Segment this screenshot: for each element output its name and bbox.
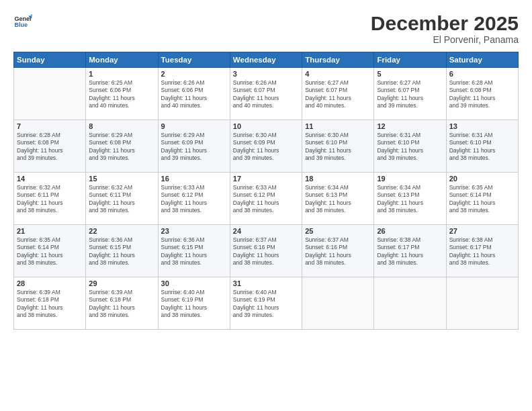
day-info: Sunrise: 6:39 AMSunset: 6:18 PMDaylight:… — [89, 289, 154, 320]
day-number: 25 — [305, 227, 371, 235]
calendar-header-row: SundayMondayTuesdayWednesdayThursdayFrid… — [14, 52, 519, 68]
day-info: Sunrise: 6:32 AMSunset: 6:11 PMDaylight:… — [17, 184, 83, 215]
header-thursday: Thursday — [302, 52, 374, 68]
day-number: 17 — [233, 175, 299, 183]
day-number: 16 — [161, 175, 227, 183]
calendar-cell: 24Sunrise: 6:37 AMSunset: 6:16 PMDayligh… — [230, 225, 302, 277]
day-info: Sunrise: 6:32 AMSunset: 6:11 PMDaylight:… — [89, 184, 154, 215]
calendar-cell: 8Sunrise: 6:29 AMSunset: 6:08 PMDaylight… — [86, 120, 158, 173]
day-info: Sunrise: 6:27 AMSunset: 6:07 PMDaylight:… — [305, 79, 371, 110]
calendar-cell: 14Sunrise: 6:32 AMSunset: 6:11 PMDayligh… — [14, 173, 86, 225]
day-info: Sunrise: 6:28 AMSunset: 6:08 PMDaylight:… — [449, 79, 515, 110]
day-number: 12 — [377, 122, 443, 130]
calendar-cell: 5Sunrise: 6:27 AMSunset: 6:07 PMDaylight… — [374, 68, 446, 120]
day-number: 18 — [305, 175, 371, 183]
day-info: Sunrise: 6:30 AMSunset: 6:09 PMDaylight:… — [233, 132, 299, 163]
calendar-cell: 11Sunrise: 6:30 AMSunset: 6:10 PMDayligh… — [302, 120, 374, 173]
day-info: Sunrise: 6:25 AMSunset: 6:06 PMDaylight:… — [89, 79, 154, 110]
week-row-1: 1Sunrise: 6:25 AMSunset: 6:06 PMDaylight… — [14, 68, 519, 120]
header-wednesday: Wednesday — [230, 52, 302, 68]
week-row-2: 7Sunrise: 6:28 AMSunset: 6:08 PMDaylight… — [14, 120, 519, 173]
day-info: Sunrise: 6:38 AMSunset: 6:17 PMDaylight:… — [377, 236, 443, 267]
page-header: General Blue December 2025 El Porvenir, … — [13, 12, 519, 45]
calendar-cell: 18Sunrise: 6:34 AMSunset: 6:13 PMDayligh… — [302, 173, 374, 225]
calendar-cell: 20Sunrise: 6:35 AMSunset: 6:14 PMDayligh… — [446, 173, 518, 225]
day-number: 24 — [233, 227, 299, 235]
day-info: Sunrise: 6:29 AMSunset: 6:08 PMDaylight:… — [89, 132, 154, 163]
day-number: 31 — [233, 279, 299, 287]
calendar-cell — [302, 277, 374, 330]
calendar-cell: 21Sunrise: 6:35 AMSunset: 6:14 PMDayligh… — [14, 225, 86, 277]
day-number: 29 — [89, 279, 154, 287]
day-number: 30 — [161, 279, 227, 287]
calendar-cell: 29Sunrise: 6:39 AMSunset: 6:18 PMDayligh… — [86, 277, 158, 330]
day-number: 8 — [89, 122, 154, 130]
day-number: 13 — [449, 122, 515, 130]
week-row-3: 14Sunrise: 6:32 AMSunset: 6:11 PMDayligh… — [14, 173, 519, 225]
logo: General Blue — [13, 12, 32, 31]
day-number: 5 — [377, 70, 443, 78]
day-number: 2 — [161, 70, 227, 78]
day-number: 19 — [377, 175, 443, 183]
logo-icon: General Blue — [13, 12, 32, 31]
day-info: Sunrise: 6:35 AMSunset: 6:14 PMDaylight:… — [449, 184, 515, 215]
day-info: Sunrise: 6:31 AMSunset: 6:10 PMDaylight:… — [449, 132, 515, 163]
calendar-cell: 1Sunrise: 6:25 AMSunset: 6:06 PMDaylight… — [86, 68, 158, 120]
calendar-cell: 16Sunrise: 6:33 AMSunset: 6:12 PMDayligh… — [158, 173, 230, 225]
day-info: Sunrise: 6:35 AMSunset: 6:14 PMDaylight:… — [17, 236, 83, 267]
day-number: 3 — [233, 70, 299, 78]
calendar-cell: 30Sunrise: 6:40 AMSunset: 6:19 PMDayligh… — [158, 277, 230, 330]
header-friday: Friday — [374, 52, 446, 68]
day-info: Sunrise: 6:26 AMSunset: 6:06 PMDaylight:… — [161, 79, 227, 110]
day-number: 26 — [377, 227, 443, 235]
day-info: Sunrise: 6:37 AMSunset: 6:16 PMDaylight:… — [233, 236, 299, 267]
day-number: 20 — [449, 175, 515, 183]
calendar-cell: 26Sunrise: 6:38 AMSunset: 6:17 PMDayligh… — [374, 225, 446, 277]
day-number: 7 — [17, 122, 83, 130]
calendar-cell: 22Sunrise: 6:36 AMSunset: 6:15 PMDayligh… — [86, 225, 158, 277]
calendar-cell: 31Sunrise: 6:40 AMSunset: 6:19 PMDayligh… — [230, 277, 302, 330]
title-block: December 2025 El Porvenir, Panama — [371, 12, 519, 45]
header-tuesday: Tuesday — [158, 52, 230, 68]
calendar-cell: 4Sunrise: 6:27 AMSunset: 6:07 PMDaylight… — [302, 68, 374, 120]
calendar-cell: 25Sunrise: 6:37 AMSunset: 6:16 PMDayligh… — [302, 225, 374, 277]
day-number: 14 — [17, 175, 83, 183]
svg-text:Blue: Blue — [14, 21, 28, 28]
day-number: 27 — [449, 227, 515, 235]
week-row-4: 21Sunrise: 6:35 AMSunset: 6:14 PMDayligh… — [14, 225, 519, 277]
calendar-cell: 19Sunrise: 6:34 AMSunset: 6:13 PMDayligh… — [374, 173, 446, 225]
calendar-cell — [14, 68, 86, 120]
day-info: Sunrise: 6:26 AMSunset: 6:07 PMDaylight:… — [233, 79, 299, 110]
day-number: 15 — [89, 175, 154, 183]
day-number: 11 — [305, 122, 371, 130]
day-info: Sunrise: 6:28 AMSunset: 6:08 PMDaylight:… — [17, 132, 83, 163]
header-saturday: Saturday — [446, 52, 518, 68]
day-info: Sunrise: 6:40 AMSunset: 6:19 PMDaylight:… — [161, 289, 227, 320]
day-info: Sunrise: 6:36 AMSunset: 6:15 PMDaylight:… — [89, 236, 154, 267]
day-info: Sunrise: 6:29 AMSunset: 6:09 PMDaylight:… — [161, 132, 227, 163]
day-info: Sunrise: 6:33 AMSunset: 6:12 PMDaylight:… — [233, 184, 299, 215]
calendar-cell: 9Sunrise: 6:29 AMSunset: 6:09 PMDaylight… — [158, 120, 230, 173]
day-info: Sunrise: 6:33 AMSunset: 6:12 PMDaylight:… — [161, 184, 227, 215]
calendar-cell: 13Sunrise: 6:31 AMSunset: 6:10 PMDayligh… — [446, 120, 518, 173]
day-number: 4 — [305, 70, 371, 78]
day-number: 28 — [17, 279, 83, 287]
day-number: 22 — [89, 227, 154, 235]
calendar-cell — [446, 277, 518, 330]
day-number: 23 — [161, 227, 227, 235]
calendar-table: SundayMondayTuesdayWednesdayThursdayFrid… — [13, 52, 519, 330]
calendar-cell: 28Sunrise: 6:39 AMSunset: 6:18 PMDayligh… — [14, 277, 86, 330]
day-info: Sunrise: 6:31 AMSunset: 6:10 PMDaylight:… — [377, 132, 443, 163]
calendar-cell — [374, 277, 446, 330]
day-info: Sunrise: 6:34 AMSunset: 6:13 PMDaylight:… — [377, 184, 443, 215]
day-number: 6 — [449, 70, 515, 78]
calendar-cell: 17Sunrise: 6:33 AMSunset: 6:12 PMDayligh… — [230, 173, 302, 225]
day-info: Sunrise: 6:27 AMSunset: 6:07 PMDaylight:… — [377, 79, 443, 110]
calendar-cell: 3Sunrise: 6:26 AMSunset: 6:07 PMDaylight… — [230, 68, 302, 120]
header-sunday: Sunday — [14, 52, 86, 68]
day-info: Sunrise: 6:38 AMSunset: 6:17 PMDaylight:… — [449, 236, 515, 267]
week-row-5: 28Sunrise: 6:39 AMSunset: 6:18 PMDayligh… — [14, 277, 519, 330]
day-info: Sunrise: 6:39 AMSunset: 6:18 PMDaylight:… — [17, 289, 83, 320]
sub-title: El Porvenir, Panama — [371, 34, 519, 45]
day-number: 1 — [89, 70, 154, 78]
